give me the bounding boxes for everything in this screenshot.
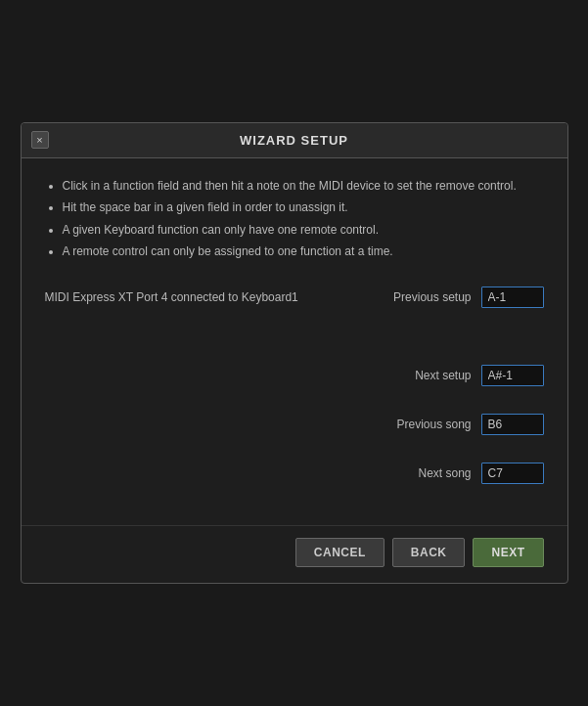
previous-song-label: Previous song [396, 418, 471, 431]
instruction-item: Hit the space bar in a given field in or… [63, 198, 544, 217]
close-button[interactable]: × [31, 131, 49, 149]
previous-song-input[interactable] [481, 414, 544, 435]
instruction-item: A given Keyboard function can only have … [63, 220, 544, 240]
next-song-input[interactable] [481, 463, 544, 484]
instructions-block: Click in a function field and then hit a… [45, 176, 544, 264]
form-fields: MIDI Express XT Port 4 connected to Keyb… [45, 287, 544, 511]
previous-setup-row: MIDI Express XT Port 4 connected to Keyb… [45, 287, 544, 308]
previous-setup-input[interactable] [481, 287, 544, 308]
next-setup-row: Next setup [45, 365, 544, 386]
instruction-item: Click in a function field and then hit a… [63, 176, 544, 196]
midi-info-label: MIDI Express XT Port 4 connected to Keyb… [45, 290, 394, 304]
next-setup-input[interactable] [481, 365, 544, 386]
previous-song-row: Previous song [45, 414, 544, 435]
previous-setup-label: Previous setup [393, 290, 471, 304]
instruction-item: A remote control can only be assigned to… [63, 242, 544, 261]
next-song-row: Next song [45, 463, 544, 484]
wizard-setup-dialog: × WIZARD SETUP Click in a function field… [21, 122, 568, 585]
cancel-button[interactable]: CANCEL [295, 538, 384, 567]
dialog-title: WIZARD SETUP [240, 133, 348, 148]
dialog-content: Click in a function field and then hit a… [22, 158, 567, 526]
title-bar: × WIZARD SETUP [22, 123, 567, 158]
next-song-label: Next song [418, 466, 471, 480]
dialog-footer: CANCEL BACK NEXT [22, 525, 567, 583]
next-button[interactable]: NEXT [473, 538, 543, 567]
back-button[interactable]: BACK [392, 538, 466, 567]
next-setup-label: Next setup [415, 369, 471, 382]
